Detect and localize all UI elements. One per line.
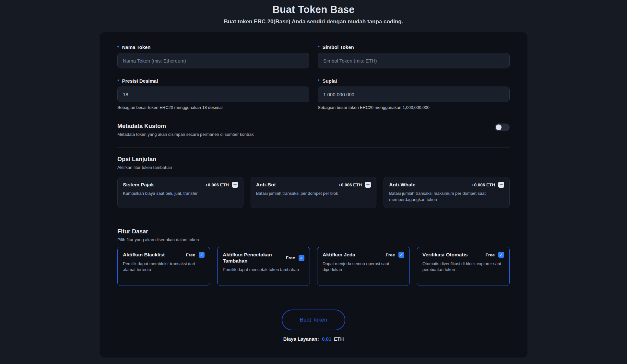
field-nama-token: * Nama Token [117, 44, 309, 68]
buat-token-button[interactable]: Buat Token [282, 310, 345, 330]
feature-name: Aktifkan Pencetakan Tambahan [223, 252, 286, 264]
page-header: Buat Token Base Buat token ERC-20(Base) … [0, 0, 627, 25]
feature-name: Verifikasi Otomatis [422, 252, 485, 258]
basic-features-subtitle: Pilih fitur yang akan disertakan dalam t… [117, 237, 510, 242]
page-title: Buat Token Base [0, 4, 627, 16]
option-description: Batasi jumlah transaksi maksimum per dom… [389, 191, 504, 203]
feature-name: Aktifkan Jeda [323, 252, 385, 258]
toggle-knob-icon [496, 124, 502, 130]
feature-description: Dapat menjeda semua operasi saat diperlu… [323, 261, 404, 273]
suplai-input[interactable] [318, 87, 510, 102]
feature-price: Free [286, 255, 295, 260]
check-icon: ✓ [300, 256, 303, 260]
feature-description: Pemilik dapat mencetak token tambahan [223, 267, 304, 273]
metadata-description: Metadata token yang akan disimpan secara… [117, 132, 254, 137]
advanced-options-grid: Sistem Pajak +0.006 ETH Kumpulkan biaya … [117, 177, 510, 208]
metadata-title: Metadata Kustom [117, 123, 254, 130]
required-asterisk: * [117, 78, 119, 84]
fee-unit: ETH [334, 336, 344, 342]
nama-token-label: * Nama Token [117, 44, 309, 50]
check-icon: ✓ [400, 253, 403, 257]
minus-icon [233, 184, 237, 185]
option-description: Kumpulkan biaya saat beli, jual, transfe… [123, 191, 238, 197]
minus-icon [366, 184, 370, 185]
presisi-desimal-helper: Sebagian besar token ERC20 menggunakan 1… [117, 105, 309, 110]
page-subtitle: Buat token ERC-20(Base) Anda sendiri den… [0, 18, 627, 25]
service-fee-line: Biaya Layanan: 0.01 ETH [117, 336, 510, 342]
option-price: +0.006 ETH [472, 182, 495, 187]
section-divider [117, 220, 510, 220]
option-name: Anti-Whale [389, 182, 415, 188]
suplai-helper: Sebagian besar token ERC20 menggunakan 1… [318, 105, 510, 110]
metadata-toggle[interactable] [495, 123, 510, 131]
field-row-1: * Nama Token * Simbol Token [117, 44, 510, 68]
simbol-token-label: * Simbol Token [318, 44, 510, 50]
feature-description: Otomatis diverifikasi di block explorer … [422, 261, 504, 273]
presisi-desimal-input[interactable] [117, 87, 309, 102]
feature-checkbox[interactable]: ✓ [498, 252, 504, 258]
feature-checkbox[interactable]: ✓ [199, 252, 205, 258]
option-checkbox[interactable] [232, 182, 238, 188]
feature-card-blacklist[interactable]: Aktifkan Blacklist Free ✓ Pemilik dapat … [117, 247, 210, 286]
option-checkbox[interactable] [498, 182, 504, 188]
fee-value: 0.01 [322, 336, 331, 342]
simbol-token-input[interactable] [318, 53, 510, 68]
advanced-options-title: Opsi Lanjutan [117, 156, 510, 163]
basic-features-grid: Aktifkan Blacklist Free ✓ Pemilik dapat … [117, 247, 510, 286]
option-price: +0.006 ETH [338, 182, 362, 187]
check-icon: ✓ [200, 253, 203, 257]
option-description: Batasi jumlah transaksi per dompet per b… [256, 191, 371, 197]
option-card-anti-whale[interactable]: Anti-Whale +0.006 ETH Batasi jumlah tran… [384, 177, 510, 208]
minus-icon [500, 184, 503, 185]
option-name: Anti-Bot [256, 182, 276, 188]
feature-price: Free [186, 252, 195, 257]
token-form-card: * Nama Token * Simbol Token * Presisi De… [100, 32, 527, 358]
feature-card-jeda[interactable]: Aktifkan Jeda Free ✓ Dapat menjeda semua… [317, 247, 410, 286]
basic-features-header: Fitur Dasar Pilih fitur yang akan disert… [117, 228, 510, 242]
suplai-label: * Suplai [318, 78, 510, 84]
metadata-text: Metadata Kustom Metadata token yang akan… [117, 123, 254, 137]
feature-card-pencetakan-tambahan[interactable]: Aktifkan Pencetakan Tambahan Free ✓ Pemi… [217, 247, 310, 286]
feature-description: Pemilik dapat memblokir transaksi dari a… [123, 261, 205, 273]
option-price: +0.006 ETH [205, 182, 229, 187]
fee-label: Biaya Layanan: [283, 336, 319, 342]
required-asterisk: * [318, 78, 319, 84]
required-asterisk: * [318, 45, 319, 50]
feature-price: Free [385, 252, 395, 257]
basic-features-title: Fitur Dasar [117, 228, 510, 235]
option-card-anti-bot[interactable]: Anti-Bot +0.006 ETH Batasi jumlah transa… [251, 177, 377, 208]
advanced-options-subtitle: Aktifkan fitur token tambahan [117, 165, 510, 170]
feature-checkbox[interactable]: ✓ [299, 255, 304, 261]
required-asterisk: * [117, 45, 119, 50]
section-divider [117, 147, 510, 148]
field-row-2: * Presisi Desimal Sebagian besar token E… [117, 78, 510, 110]
option-checkbox[interactable] [365, 182, 371, 188]
presisi-desimal-label: * Presisi Desimal [117, 78, 309, 84]
feature-checkbox[interactable]: ✓ [398, 252, 404, 258]
feature-price: Free [485, 252, 495, 257]
field-presisi-desimal: * Presisi Desimal Sebagian besar token E… [117, 78, 309, 110]
advanced-options-header: Opsi Lanjutan Aktifkan fitur token tamba… [117, 156, 510, 170]
feature-name: Aktifkan Blacklist [123, 252, 186, 258]
metadata-section: Metadata Kustom Metadata token yang akan… [117, 123, 510, 137]
check-icon: ✓ [500, 253, 503, 257]
field-simbol-token: * Simbol Token [318, 44, 510, 68]
option-name: Sistem Pajak [123, 182, 154, 188]
feature-card-verifikasi-otomatis[interactable]: Verifikasi Otomatis Free ✓ Otomatis dive… [417, 247, 510, 286]
field-suplai: * Suplai Sebagian besar token ERC20 meng… [318, 78, 510, 110]
option-card-sistem-pajak[interactable]: Sistem Pajak +0.006 ETH Kumpulkan biaya … [117, 177, 243, 208]
nama-token-input[interactable] [117, 53, 309, 68]
submit-area: Buat Token Biaya Layanan: 0.01 ETH [117, 310, 510, 342]
